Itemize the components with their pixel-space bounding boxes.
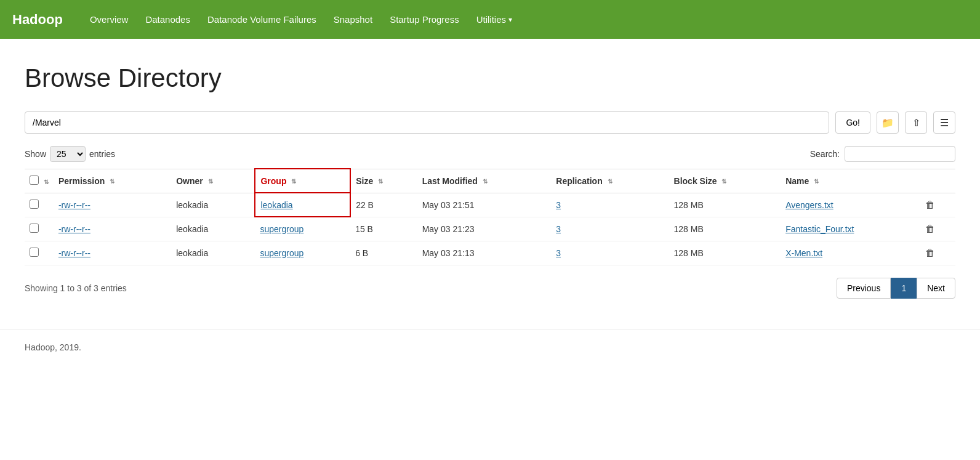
block-size-header[interactable]: Block Size ⇅ <box>669 169 781 193</box>
footer: Hadoop, 2019. <box>0 329 980 365</box>
row-group: supergroup <box>255 217 350 241</box>
delete-icon[interactable]: 🗑 <box>925 248 935 258</box>
row-owner: leokadia <box>171 217 255 241</box>
nav-snapshot[interactable]: Snapshot <box>325 9 381 30</box>
row-checkbox-0[interactable] <box>30 200 39 209</box>
entries-label: entries <box>89 149 115 159</box>
list-button[interactable]: ☰ <box>933 111 955 134</box>
row-replication: 3 <box>551 217 669 241</box>
action-header <box>920 169 955 193</box>
row-delete-cell: 🗑 <box>920 193 955 217</box>
table-row: -rw-r--r-- leokadia leokadia 22 B May 03… <box>25 193 955 217</box>
go-button[interactable]: Go! <box>835 111 870 134</box>
name-sort: ⇅ <box>814 178 819 185</box>
previous-button[interactable]: Previous <box>837 278 891 299</box>
row-checkbox-cell <box>25 217 54 241</box>
upload-button[interactable]: ⇧ <box>905 111 927 134</box>
row-block-size: 128 MB <box>669 193 781 217</box>
nav-datanodes[interactable]: Datanodes <box>137 9 199 30</box>
showing-text: Showing 1 to 3 of 3 entries <box>25 283 127 293</box>
permission-sort-icon: ⇅ <box>44 179 49 185</box>
replication-header[interactable]: Replication ⇅ <box>551 169 669 193</box>
replication-sort: ⇅ <box>608 178 612 185</box>
row-size: 22 B <box>350 193 417 217</box>
row-last-modified: May 03 21:51 <box>417 193 552 217</box>
row-owner: leokadia <box>171 241 255 265</box>
delete-icon[interactable]: 🗑 <box>925 224 935 234</box>
row-size: 6 B <box>350 241 417 265</box>
permission-header[interactable]: Permission ⇅ <box>54 169 171 193</box>
row-name: Fantastic_Four.txt <box>781 217 920 241</box>
row-owner: leokadia <box>171 193 255 217</box>
nav-utilities[interactable]: Utilities ▾ <box>468 9 521 30</box>
row-delete-cell: 🗑 <box>920 217 955 241</box>
row-block-size: 128 MB <box>669 217 781 241</box>
folder-icon-button[interactable]: 📁 <box>877 111 899 134</box>
select-all-header: ⇅ <box>25 169 54 193</box>
row-checkbox-cell <box>25 241 54 265</box>
row-permission: -rw-r--r-- <box>54 217 171 241</box>
row-checkbox-1[interactable] <box>30 224 39 233</box>
upload-icon: ⇧ <box>912 117 920 129</box>
row-checkbox-2[interactable] <box>30 248 39 257</box>
size-sort: ⇅ <box>378 178 383 185</box>
last-modified-sort: ⇅ <box>483 178 488 185</box>
row-delete-cell: 🗑 <box>920 241 955 265</box>
nav-overview[interactable]: Overview <box>81 9 137 30</box>
name-header[interactable]: Name ⇅ <box>781 169 920 193</box>
row-name: Avengers.txt <box>781 193 920 217</box>
select-all-checkbox[interactable] <box>30 176 39 185</box>
group-header[interactable]: Group ⇅ <box>255 169 350 193</box>
show-label: Show <box>25 149 46 159</box>
row-last-modified: May 03 21:13 <box>417 241 552 265</box>
path-bar: Go! 📁 ⇧ ☰ <box>25 111 955 134</box>
size-header[interactable]: Size ⇅ <box>350 169 417 193</box>
row-name: X-Men.txt <box>781 241 920 265</box>
permission-sort: ⇅ <box>110 178 114 185</box>
row-permission: -rw-r--r-- <box>54 241 171 265</box>
data-table: ⇅ Permission ⇅ Owner ⇅ Group ⇅ Size ⇅ <box>25 168 955 265</box>
pagination: Previous 1 Next <box>837 278 955 299</box>
row-checkbox-cell <box>25 193 54 217</box>
folder-icon: 📁 <box>882 117 894 129</box>
row-permission: -rw-r--r-- <box>54 193 171 217</box>
footer-text: Hadoop, 2019. <box>25 342 81 352</box>
list-icon: ☰ <box>940 117 949 129</box>
page-title: Browse Directory <box>25 63 955 93</box>
last-modified-header[interactable]: Last Modified ⇅ <box>417 169 552 193</box>
owner-header[interactable]: Owner ⇅ <box>171 169 255 193</box>
search-area: Search: <box>810 146 955 162</box>
navbar-brand[interactable]: Hadoop <box>12 12 63 28</box>
block-size-sort: ⇅ <box>721 178 726 185</box>
table-header-row: ⇅ Permission ⇅ Owner ⇅ Group ⇅ Size ⇅ <box>25 169 955 193</box>
row-replication: 3 <box>551 241 669 265</box>
delete-icon[interactable]: 🗑 <box>925 200 935 210</box>
nav-datanode-volume-failures[interactable]: Datanode Volume Failures <box>199 9 325 30</box>
next-button[interactable]: Next <box>917 278 955 299</box>
row-replication: 3 <box>551 193 669 217</box>
search-input[interactable] <box>845 146 955 162</box>
table-row: -rw-r--r-- leokadia supergroup 15 B May … <box>25 217 955 241</box>
row-group: supergroup <box>255 241 350 265</box>
main-content: Browse Directory Go! 📁 ⇧ ☰ Show 10 25 50… <box>0 39 980 311</box>
row-size: 15 B <box>350 217 417 241</box>
group-sort: ⇅ <box>291 178 296 185</box>
owner-sort: ⇅ <box>208 178 213 185</box>
table-row: -rw-r--r-- leokadia supergroup 6 B May 0… <box>25 241 955 265</box>
pagination-area: Showing 1 to 3 of 3 entries Previous 1 N… <box>25 278 955 299</box>
table-controls: Show 10 25 50 100 entries Search: <box>25 146 955 162</box>
navbar: Hadoop Overview Datanodes Datanode Volum… <box>0 0 980 39</box>
show-entries: Show 10 25 50 100 entries <box>25 146 115 162</box>
row-last-modified: May 03 21:23 <box>417 217 552 241</box>
entries-select[interactable]: 10 25 50 100 <box>50 146 86 162</box>
nav-startup-progress[interactable]: Startup Progress <box>381 9 468 30</box>
utilities-arrow-icon: ▾ <box>508 15 512 24</box>
row-block-size: 128 MB <box>669 241 781 265</box>
page-1-button[interactable]: 1 <box>891 278 917 299</box>
row-group: leokadia <box>255 193 350 217</box>
path-input[interactable] <box>25 111 829 134</box>
search-label: Search: <box>810 149 840 159</box>
